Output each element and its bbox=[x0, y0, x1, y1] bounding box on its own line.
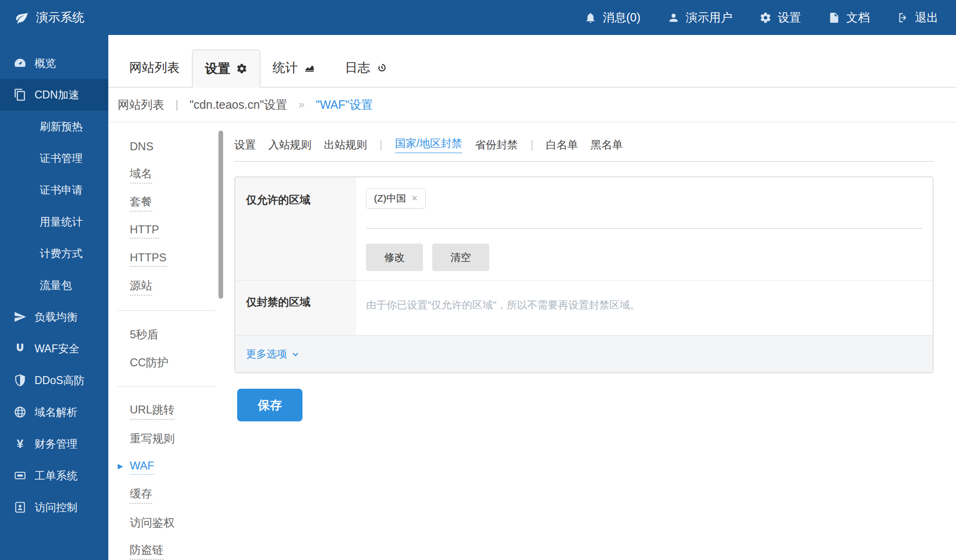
geo-block-form: 仅允许的区域 (Z)中国 × 修改 清空 bbox=[234, 176, 934, 373]
shield-half-icon bbox=[13, 374, 27, 387]
breadcrumb-site-list[interactable]: 网站列表 bbox=[118, 97, 164, 112]
docs-button[interactable]: 文档 bbox=[828, 10, 870, 25]
dashboard-icon bbox=[13, 56, 27, 70]
submenu-item-auth[interactable]: 访问鉴权 bbox=[108, 509, 224, 537]
allowed-regions-label: 仅允许的区域 bbox=[235, 177, 356, 280]
settings-button[interactable]: 设置 bbox=[759, 10, 801, 25]
tab-settings-label: 设置 bbox=[205, 60, 230, 77]
sidebar-item-finance[interactable]: ¥ 财务管理 bbox=[0, 428, 108, 460]
sidebar-label-overview: 概览 bbox=[35, 56, 56, 70]
tab-site-list[interactable]: 网站列表 bbox=[117, 49, 192, 87]
submenu-label-rewrite: 重写规则 bbox=[130, 431, 175, 446]
region-tag-china[interactable]: (Z)中国 × bbox=[366, 188, 426, 209]
sidebar-item-cert-apply[interactable]: 证书申请 bbox=[0, 174, 108, 206]
waf-tab-inbound-rules[interactable]: 入站规则 bbox=[268, 138, 311, 152]
chevron-down-icon bbox=[291, 350, 300, 358]
user-label: 演示用户 bbox=[686, 10, 732, 25]
submenu-item-hotlink[interactable]: 防盗链 bbox=[108, 537, 224, 560]
logout-label: 退出 bbox=[915, 10, 938, 25]
waf-settings-content: 设置 入站规则 出站规则 | 国家/地区封禁 省份封禁 | 白名单 黑名单 仅允… bbox=[224, 122, 956, 560]
submenu-item-origin[interactable]: 源站 bbox=[108, 273, 224, 301]
breadcrumb-site-settings[interactable]: "cdn.teaos.cn"设置 bbox=[190, 97, 288, 112]
waf-tab-outbound-rules[interactable]: 出站规则 bbox=[324, 138, 367, 152]
settings-label: 设置 bbox=[778, 10, 801, 25]
breadcrumb-current[interactable]: "WAF"设置 bbox=[316, 97, 373, 112]
submenu-item-domain[interactable]: 域名 bbox=[108, 161, 224, 189]
modify-button[interactable]: 修改 bbox=[366, 244, 423, 271]
submenu-item-5s-shield[interactable]: 5秒盾 bbox=[108, 321, 224, 349]
tab-stats[interactable]: 统计 bbox=[260, 49, 327, 87]
submenu-item-url-redirect[interactable]: URL跳转 bbox=[108, 397, 224, 425]
logout-button[interactable]: 退出 bbox=[897, 10, 938, 25]
sidebar-item-waf[interactable]: WAF安全 bbox=[0, 333, 108, 364]
main-area: 网站列表 设置 统计 日志 网站列表 bbox=[108, 35, 956, 560]
submenu-label-cache: 缓存 bbox=[130, 486, 152, 504]
submenu-item-http[interactable]: HTTP bbox=[108, 217, 224, 245]
bell-icon bbox=[584, 12, 597, 24]
area-chart-icon bbox=[304, 62, 315, 73]
user-menu[interactable]: 演示用户 bbox=[668, 10, 732, 25]
submenu-item-https[interactable]: HTTPS bbox=[108, 245, 224, 273]
submenu-label-plan: 套餐 bbox=[130, 194, 152, 211]
submenu-item-plan[interactable]: 套餐 bbox=[108, 189, 224, 217]
sidebar-label-tickets: 工单系统 bbox=[35, 469, 77, 483]
tab-stats-label: 统计 bbox=[273, 59, 298, 76]
tab-logs-label: 日志 bbox=[345, 59, 370, 76]
sidebar-item-access-control[interactable]: 访问控制 bbox=[0, 491, 108, 523]
history-icon bbox=[376, 62, 387, 73]
paper-plane-icon bbox=[13, 310, 27, 323]
sidebar-item-load-balancer[interactable]: 负载均衡 bbox=[0, 301, 108, 333]
messages-label: 消息(0) bbox=[603, 10, 640, 25]
sidebar-item-refresh[interactable]: 刷新预热 bbox=[0, 111, 108, 142]
waf-tab-whitelist[interactable]: 白名单 bbox=[546, 138, 578, 152]
submenu-label-domain: 域名 bbox=[130, 166, 152, 183]
messages-button[interactable]: 消息(0) bbox=[584, 10, 640, 25]
sidebar-item-traffic-pkg[interactable]: 流量包 bbox=[0, 269, 108, 301]
tab-separator: | bbox=[530, 139, 533, 151]
waf-tab-blacklist[interactable]: 黑名单 bbox=[590, 138, 623, 152]
sidebar-item-usage[interactable]: 用量统计 bbox=[0, 206, 108, 238]
region-buttons: 修改 清空 bbox=[366, 244, 922, 271]
signout-icon bbox=[897, 12, 909, 24]
clear-button[interactable]: 清空 bbox=[432, 244, 489, 271]
submenu-divider bbox=[118, 310, 215, 311]
settings-body: DNS 域名 套餐 HTTP HTTPS 源站 bbox=[108, 122, 956, 560]
save-button[interactable]: 保存 bbox=[237, 389, 302, 421]
content-divider bbox=[234, 161, 934, 162]
sidebar-label-dns: 域名解析 bbox=[35, 405, 77, 420]
sidebar-label-access-control: 访问控制 bbox=[35, 500, 77, 515]
tab-logs[interactable]: 日志 bbox=[333, 49, 400, 87]
sidebar-item-dns[interactable]: 域名解析 bbox=[0, 396, 108, 428]
tag-remove-icon[interactable]: × bbox=[412, 192, 418, 204]
sidebar-label-refresh: 刷新预热 bbox=[40, 119, 83, 134]
sidebar-item-ddos[interactable]: DDoS高防 bbox=[0, 364, 108, 396]
sidebar-item-overview[interactable]: 概览 bbox=[0, 47, 108, 79]
copy-icon bbox=[13, 88, 27, 101]
sidebar-item-billing[interactable]: 计费方式 bbox=[0, 238, 108, 269]
submenu-item-dns[interactable]: DNS bbox=[108, 133, 224, 161]
id-card-icon bbox=[13, 501, 27, 514]
gear-icon bbox=[759, 12, 772, 24]
docs-label: 文档 bbox=[846, 10, 870, 25]
page: 演示系统 消息(0) 演示用户 设置 bbox=[0, 0, 956, 560]
globe-icon bbox=[13, 406, 27, 419]
breadcrumb: 网站列表 | "cdn.teaos.cn"设置 » "WAF"设置 bbox=[108, 88, 956, 122]
submenu-scrollbar-thumb[interactable] bbox=[218, 131, 223, 299]
waf-section-tabs: 设置 入站规则 出站规则 | 国家/地区封禁 省份封禁 | 白名单 黑名单 bbox=[234, 136, 934, 153]
ticket-icon bbox=[13, 469, 27, 482]
submenu-item-cache[interactable]: 缓存 bbox=[108, 481, 224, 509]
sidebar-item-cdn[interactable]: CDN加速 bbox=[0, 79, 108, 111]
sidebar-item-cert-mgmt[interactable]: 证书管理 bbox=[0, 142, 108, 174]
sidebar-item-tickets[interactable]: 工单系统 bbox=[0, 460, 108, 491]
waf-tab-geo-block[interactable]: 国家/地区封禁 bbox=[395, 136, 462, 153]
submenu-item-cc[interactable]: CC防护 bbox=[108, 349, 224, 377]
submenu-item-rewrite[interactable]: 重写规则 bbox=[108, 425, 224, 453]
more-options-link[interactable]: 更多选项 bbox=[246, 347, 300, 361]
brand[interactable]: 演示系统 bbox=[0, 9, 84, 26]
waf-tab-province-block[interactable]: 省份封禁 bbox=[475, 138, 518, 152]
more-options-bar: 更多选项 bbox=[235, 336, 933, 372]
waf-tab-settings[interactable]: 设置 bbox=[234, 138, 256, 152]
sidebar-label-traffic-pkg: 流量包 bbox=[40, 278, 72, 293]
tab-settings[interactable]: 设置 bbox=[192, 49, 260, 88]
submenu-item-waf[interactable]: ▶ WAF bbox=[108, 453, 224, 481]
